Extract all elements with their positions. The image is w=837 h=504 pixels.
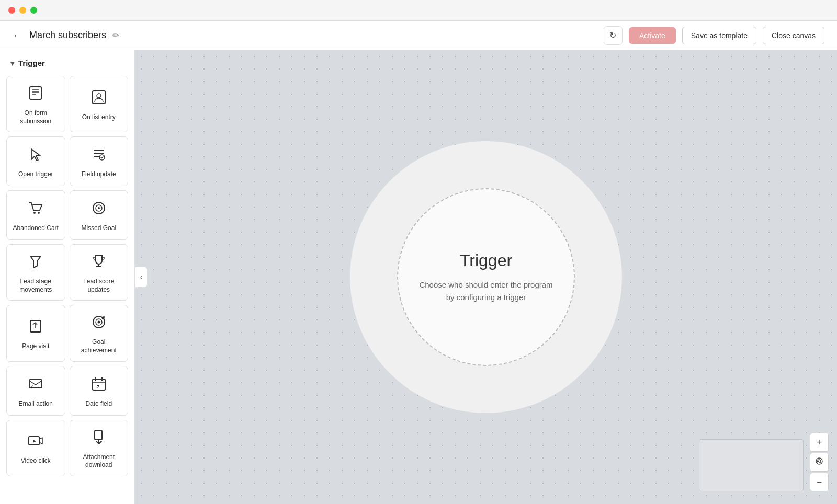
trigger-label-email-action: Email action (19, 400, 53, 408)
calendar-icon: 7 (91, 375, 107, 395)
trigger-item-goal-achievement[interactable]: Goal achievement (70, 305, 129, 361)
target-icon (91, 314, 107, 333)
trigger-label-goal-achievement: Goal achievement (74, 338, 124, 354)
refresh-icon: ↻ (609, 30, 616, 40)
back-button[interactable]: ← (13, 29, 23, 41)
svg-point-11 (38, 212, 40, 214)
trigger-circle-inner: Trigger Choose who should enter the prog… (397, 188, 575, 366)
trigger-label-on-form-submission: On form submission (11, 109, 61, 125)
header: ← March subscribers ✏ ↻ Activate Save as… (0, 21, 837, 50)
close-canvas-button[interactable]: Close canvas (763, 27, 824, 44)
zoom-reset-icon (815, 457, 823, 468)
minimap (699, 439, 804, 491)
back-icon: ← (13, 29, 23, 41)
svg-rect-0 (30, 87, 41, 99)
canvas: ‹ Trigger Choose who should enter the pr… (135, 50, 837, 504)
attachment-icon (91, 429, 107, 448)
edit-icon[interactable]: ✏ (112, 30, 119, 40)
trigger-label-video-click: Video click (21, 457, 51, 465)
person-icon (91, 89, 107, 108)
trigger-label-attachment-download: Attachment download (74, 453, 124, 469)
sidebar-title: Trigger (18, 59, 45, 67)
trigger-circle-desc: Choose who should enter the program by c… (415, 279, 557, 304)
trigger-item-video-click[interactable]: Video click (6, 420, 65, 476)
page-title: March subscribers (29, 30, 106, 41)
trigger-item-attachment-download[interactable]: Attachment download (70, 420, 129, 476)
svg-rect-31 (95, 430, 102, 440)
svg-point-5 (97, 94, 101, 98)
trigger-label-date-field: Date field (85, 400, 112, 408)
window-chrome (0, 0, 837, 21)
trophy-icon (91, 253, 107, 272)
zoom-out-icon: − (817, 477, 822, 488)
sidebar-chevron[interactable]: ▾ (10, 59, 14, 67)
window-dots (8, 7, 37, 14)
cursor-icon (27, 146, 44, 165)
dot-green (30, 7, 37, 14)
trigger-item-page-visit[interactable]: Page visit (6, 305, 65, 361)
field-icon (91, 146, 107, 165)
zoom-in-button[interactable]: + (810, 433, 829, 452)
save-template-button[interactable]: Save as template (682, 27, 756, 44)
page-icon (27, 318, 44, 337)
refresh-button[interactable]: ↻ (604, 26, 623, 45)
sidebar: ▾ Trigger On form submission (0, 50, 135, 504)
dot-red (8, 7, 15, 14)
svg-point-21 (97, 321, 100, 324)
email-icon (27, 375, 44, 395)
svg-point-33 (816, 458, 822, 464)
zoom-out-button[interactable]: − (810, 473, 829, 491)
sidebar-header: ▾ Trigger (0, 50, 134, 74)
trigger-label-open-trigger: Open trigger (18, 170, 53, 179)
trigger-label-missed-goal: Missed Goal (81, 224, 116, 233)
trigger-item-lead-stage-movements[interactable]: Lead stage movements (6, 244, 65, 301)
svg-rect-17 (30, 320, 41, 332)
svg-point-14 (98, 207, 100, 209)
svg-rect-23 (29, 380, 42, 388)
trigger-item-on-form-submission[interactable]: On form submission (6, 76, 65, 132)
trigger-item-email-action[interactable]: Email action (6, 366, 65, 416)
main-layout: ▾ Trigger On form submission (0, 50, 837, 504)
trigger-item-date-field[interactable]: 7 Date field (70, 366, 129, 416)
trigger-label-lead-score-updates: Lead score updates (74, 278, 124, 294)
trigger-circle-outer[interactable]: Trigger Choose who should enter the prog… (350, 141, 622, 413)
dot-yellow (19, 7, 26, 14)
svg-text:7: 7 (97, 384, 99, 390)
goal-icon (91, 200, 107, 219)
zoom-controls: + − (810, 433, 829, 491)
sidebar-collapse-button[interactable]: ‹ (135, 267, 148, 288)
form-icon (27, 85, 44, 104)
chevron-left-icon: ‹ (140, 273, 142, 281)
trigger-circle-title: Trigger (460, 251, 512, 270)
zoom-in-icon: + (817, 437, 822, 448)
header-left: ← March subscribers ✏ (13, 29, 604, 41)
trigger-item-on-list-entry[interactable]: On list entry (70, 76, 129, 132)
svg-marker-30 (33, 440, 36, 443)
trigger-item-open-trigger[interactable]: Open trigger (6, 136, 65, 186)
trigger-grid: On form submission On list entry (0, 74, 134, 483)
funnel-icon (27, 253, 44, 272)
trigger-label-on-list-entry: On list entry (82, 113, 116, 122)
trigger-label-field-update: Field update (82, 170, 116, 179)
zoom-reset-button[interactable] (810, 453, 829, 472)
trigger-item-lead-score-updates[interactable]: Lead score updates (70, 244, 129, 301)
trigger-item-abandoned-cart[interactable]: Abandoned Cart (6, 190, 65, 240)
svg-point-10 (33, 212, 36, 214)
trigger-label-page-visit: Page visit (22, 342, 49, 351)
activate-button[interactable]: Activate (629, 27, 676, 44)
header-right: ↻ Activate Save as template Close canvas (604, 26, 824, 45)
cart-icon (27, 200, 44, 219)
trigger-item-missed-goal[interactable]: Missed Goal (70, 190, 129, 240)
trigger-item-field-update[interactable]: Field update (70, 136, 129, 186)
trigger-label-abandoned-cart: Abandoned Cart (13, 224, 59, 233)
video-icon (27, 432, 44, 452)
trigger-label-lead-stage-movements: Lead stage movements (11, 278, 61, 294)
